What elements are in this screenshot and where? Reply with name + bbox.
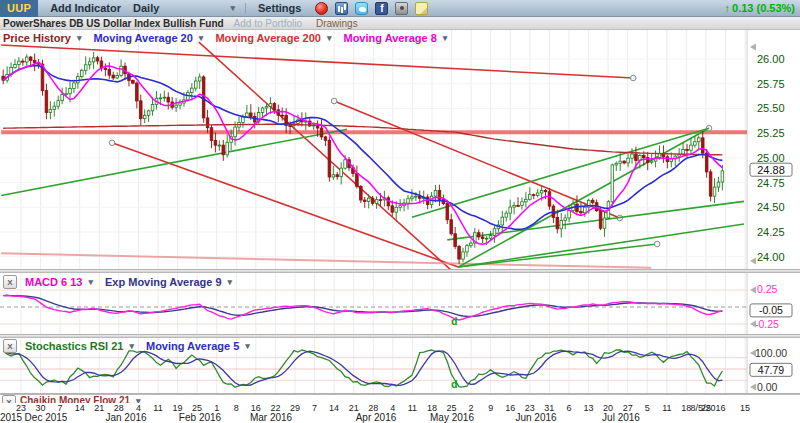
svg-text:d: d bbox=[451, 379, 457, 390]
legend-item[interactable]: Moving Average 200▾ bbox=[215, 32, 331, 44]
quote-change-value: 0.13 (0.53%) bbox=[732, 2, 795, 14]
date-tick: 5 bbox=[645, 403, 650, 413]
chevron-down-icon: ▾ bbox=[129, 341, 134, 351]
top-toolbar: UUP Add Indicator Daily ▾ Settings f ↑ 0… bbox=[0, 0, 800, 17]
price-legend: Price History▾Moving Average 20▾Moving A… bbox=[3, 32, 455, 44]
macd-title[interactable]: MACD 6 13 bbox=[25, 276, 82, 288]
timeframe-dropdown[interactable]: Daily ▾ bbox=[133, 2, 235, 14]
svg-text:25.25: 25.25 bbox=[757, 127, 785, 139]
macd-header: X MACD 6 13▾ Exp Moving Average 9▾ bbox=[3, 275, 240, 289]
month-label: Feb 2016 bbox=[179, 412, 221, 423]
toolbar-divider bbox=[245, 3, 246, 14]
close-icon[interactable]: X bbox=[3, 339, 17, 353]
date-tick: 8/5/2016 bbox=[690, 403, 725, 413]
chevron-down-icon: ▾ bbox=[199, 33, 204, 43]
legend-label: Moving Average 200 bbox=[215, 32, 321, 44]
legend-item[interactable]: Price History▾ bbox=[3, 32, 81, 44]
date-tick: 15 bbox=[740, 403, 750, 413]
svg-text:47.79: 47.79 bbox=[758, 364, 784, 376]
svg-text:24.50: 24.50 bbox=[757, 201, 785, 213]
svg-text:d: d bbox=[451, 316, 457, 327]
date-tick: 21 bbox=[94, 403, 104, 413]
legend-label: Moving Average 20 bbox=[93, 32, 192, 44]
stoch-overlay-title[interactable]: Moving Average 5 bbox=[146, 340, 239, 352]
settings-button[interactable]: Settings bbox=[258, 2, 301, 14]
date-axis: 2330714212841119251816222971421284111825… bbox=[0, 403, 800, 423]
chevron-down-icon: ▾ bbox=[443, 33, 448, 43]
svg-text:100.00: 100.00 bbox=[755, 347, 787, 359]
chevron-down-icon: ▾ bbox=[228, 277, 233, 287]
date-tick: 14 bbox=[75, 403, 85, 413]
close-icon[interactable]: X bbox=[3, 275, 17, 289]
date-tick: 8 bbox=[234, 403, 239, 413]
legend-item[interactable]: Moving Average 20▾ bbox=[93, 32, 203, 44]
chevron-down-icon: ▾ bbox=[77, 33, 82, 43]
month-label: Jan 2016 bbox=[105, 412, 146, 423]
camera-icon[interactable] bbox=[395, 2, 408, 15]
chevron-down-icon: ▾ bbox=[88, 277, 93, 287]
date-tick: 16 bbox=[505, 403, 515, 413]
svg-text:25.00: 25.00 bbox=[757, 152, 785, 164]
add-to-portfolio-button[interactable]: Add to Portfolio bbox=[234, 18, 302, 29]
price-chart[interactable]: 26.0025.7525.5025.2525.0024.7524.5024.25… bbox=[0, 30, 800, 269]
legend-label: Moving Average 8 bbox=[343, 32, 436, 44]
quote-change: ↑ 0.13 (0.53%) bbox=[725, 2, 795, 14]
notes-icon[interactable] bbox=[415, 2, 428, 15]
chevron-down-icon: ▾ bbox=[230, 3, 235, 13]
symbol-input[interactable]: UUP bbox=[0, 0, 38, 17]
symbol-bar: PowerShares DB US Dollar Index Bullish F… bbox=[0, 17, 800, 30]
facebook-icon[interactable]: f bbox=[375, 2, 388, 15]
chevron-down-icon: ▾ bbox=[245, 341, 250, 351]
month-label: 2015 bbox=[0, 412, 22, 423]
month-label: May 2016 bbox=[430, 412, 474, 423]
svg-text:24.25: 24.25 bbox=[757, 226, 785, 238]
date-tick: 7 bbox=[312, 403, 317, 413]
svg-text:0.00: 0.00 bbox=[757, 381, 778, 393]
twitter-icon[interactable] bbox=[355, 2, 368, 15]
toolbar-icons: f bbox=[315, 2, 428, 15]
svg-text:26.00: 26.00 bbox=[757, 53, 785, 65]
symbol-label: UUP bbox=[7, 2, 31, 14]
svg-text:25.50: 25.50 bbox=[757, 102, 785, 114]
drawings-button[interactable]: Drawings bbox=[316, 18, 358, 29]
stoch-header: X Stochastics RSI 21▾ Moving Average 5▾ bbox=[3, 339, 258, 353]
fund-name: PowerShares DB US Dollar Index Bullish F… bbox=[3, 18, 224, 29]
up-arrow-icon: ↑ bbox=[725, 2, 731, 14]
month-label: Apr 2016 bbox=[356, 412, 397, 423]
chevron-down-icon: ▾ bbox=[327, 33, 332, 43]
date-tick: 9 bbox=[488, 403, 493, 413]
month-label: Mar 2016 bbox=[250, 412, 292, 423]
legend-item[interactable]: Moving Average 8▾ bbox=[343, 32, 447, 44]
add-indicator-button[interactable]: Add Indicator bbox=[50, 2, 121, 14]
svg-text:25.75: 25.75 bbox=[757, 78, 785, 90]
date-tick: 11 bbox=[153, 403, 162, 413]
svg-text:-0.25: -0.25 bbox=[755, 318, 779, 330]
stoch-title[interactable]: Stochastics RSI 21 bbox=[25, 340, 123, 352]
chart-icon[interactable] bbox=[335, 2, 348, 15]
date-tick: 13 bbox=[584, 403, 594, 413]
charting-app: UUP Add Indicator Daily ▾ Settings f ↑ 0… bbox=[0, 0, 800, 423]
macd-overlay-title[interactable]: Exp Moving Average 9 bbox=[105, 276, 222, 288]
timeframe-value: Daily bbox=[133, 2, 159, 14]
date-tick: 11 bbox=[662, 403, 671, 413]
month-label: Dec 2015 bbox=[25, 412, 68, 423]
date-tick: 6 bbox=[566, 403, 571, 413]
svg-text:24.75: 24.75 bbox=[757, 177, 785, 189]
svg-text:24.00: 24.00 bbox=[757, 251, 785, 263]
alarm-icon[interactable] bbox=[315, 2, 328, 15]
legend-label: Price History bbox=[3, 32, 71, 44]
svg-text:-0.05: -0.05 bbox=[759, 304, 783, 316]
month-label: Jun 2016 bbox=[515, 412, 556, 423]
month-label: Jul 2016 bbox=[602, 412, 640, 423]
svg-text:24.88: 24.88 bbox=[757, 164, 785, 176]
date-tick: 11 bbox=[408, 403, 417, 413]
date-tick: 14 bbox=[329, 403, 339, 413]
svg-text:0.25: 0.25 bbox=[757, 283, 778, 295]
